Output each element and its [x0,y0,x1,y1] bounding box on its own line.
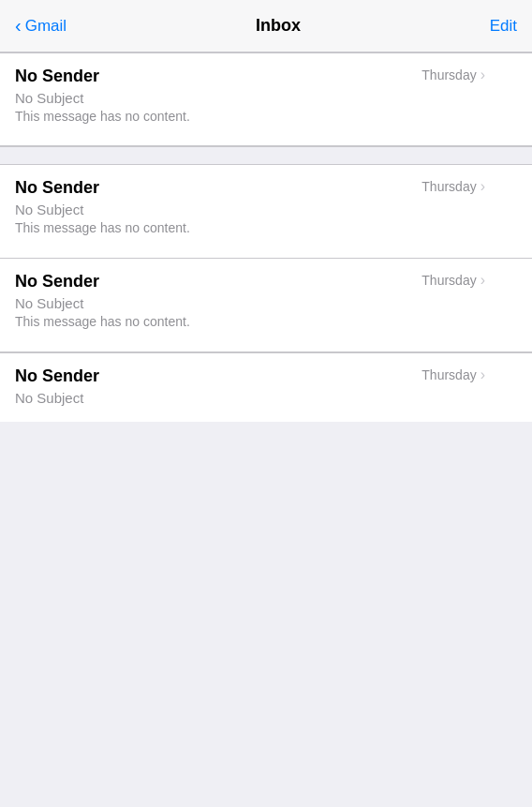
email-header: No Sender Thursday › [15,67,485,86]
email-sender: No Sender [15,272,99,291]
email-date-wrapper: Thursday › [421,272,485,289]
email-date-wrapper: Thursday › [421,67,485,83]
email-preview: This message has no content. [15,314,485,329]
email-subject: No Subject [15,390,485,406]
row-chevron-icon: › [480,272,485,289]
email-list: No Sender Thursday › No Subject This mes… [0,52,532,422]
back-label: Gmail [25,17,66,36]
row-chevron-icon: › [480,178,485,195]
email-item[interactable]: No Sender Thursday › No Subject This mes… [0,259,532,352]
email-sender: No Sender [15,366,99,386]
email-date-wrapper: Thursday › [421,366,485,383]
email-subject: No Subject [15,90,485,106]
email-header: No Sender Thursday › [15,178,485,198]
email-item[interactable]: No Sender Thursday › No Subject This mes… [0,52,532,146]
back-chevron-icon: ‹ [15,16,22,35]
row-chevron-icon: › [480,366,485,383]
email-date: Thursday [421,273,476,288]
email-subject: No Subject [15,202,485,217]
email-preview: This message has no content. [15,109,485,124]
email-header: No Sender Thursday › [15,366,485,386]
email-header: No Sender Thursday › [15,272,485,291]
row-chevron-icon: › [480,67,485,83]
email-subject: No Subject [15,295,485,311]
page-title: Inbox [66,16,490,36]
email-sender: No Sender [15,67,99,86]
email-date-wrapper: Thursday › [421,178,485,195]
email-preview: This message has no content. [15,220,485,235]
email-sender: No Sender [15,178,99,198]
group-separator [0,146,532,165]
email-date: Thursday [421,179,476,194]
back-button[interactable]: ‹ Gmail [15,17,66,36]
email-date: Thursday [421,367,476,382]
email-item[interactable]: No Sender Thursday › No Subject This mes… [0,165,532,259]
email-item[interactable]: No Sender Thursday › No Subject [0,352,532,422]
email-date: Thursday [421,67,476,82]
navigation-bar: ‹ Gmail Inbox Edit [0,0,532,52]
edit-button[interactable]: Edit [490,17,517,36]
